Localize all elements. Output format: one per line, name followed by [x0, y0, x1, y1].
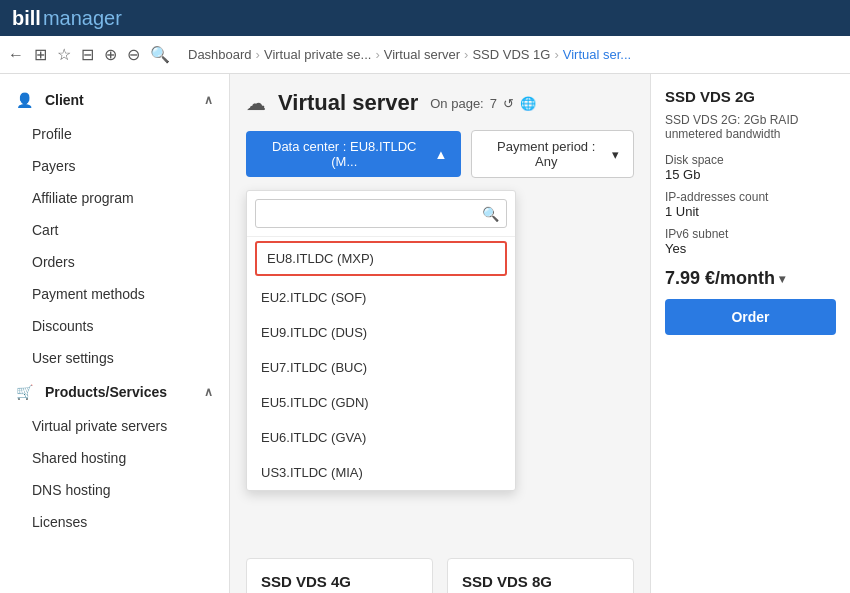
client-chevron: ∧ [204, 93, 213, 107]
grid-icon[interactable]: ⊞ [34, 45, 47, 64]
sidebar-item-affiliate[interactable]: Affiliate program [0, 182, 229, 214]
logo-bill: bill [12, 7, 41, 30]
content-area: ☁ Virtual server On page: 7 ↺ 🌐 Data cen… [230, 74, 650, 593]
payment-period-filter-button[interactable]: Payment period : Any ▾ [471, 130, 634, 178]
cloud-icon: ☁ [246, 91, 266, 115]
payment-period-label: Payment period : Any [486, 139, 606, 169]
datacenter-filter-button[interactable]: Data center : EU8.ITLDC (M... ▲ [246, 131, 461, 177]
product-card-title: SSD VDS 2G [665, 88, 836, 105]
spec-disk-space-label: Disk space [665, 153, 836, 167]
sidebar-item-discounts[interactable]: Discounts [0, 310, 229, 342]
toolbar-icons: ← ⊞ ☆ ⊟ ⊕ ⊖ 🔍 [8, 45, 170, 64]
dropdown-item-eu7[interactable]: EU7.ITLDC (BUC) [247, 350, 515, 385]
sidebar-item-cart[interactable]: Cart [0, 214, 229, 246]
bottom-card-ssd4g-title: SSD VDS 4G [261, 573, 418, 590]
dropdown-search-icon: 🔍 [482, 206, 499, 222]
datacenter-filter-label: Data center : EU8.ITLDC (M... [260, 139, 429, 169]
spec-ipv6-value: Yes [665, 241, 836, 256]
breadcrumb: Dashboard › Virtual private se... › Virt… [188, 47, 631, 62]
page-title: Virtual server [278, 90, 418, 116]
dropdown-item-eu9[interactable]: EU9.ITLDC (DUS) [247, 315, 515, 350]
breadcrumb-bar: ← ⊞ ☆ ⊟ ⊕ ⊖ 🔍 Dashboard › Virtual privat… [0, 36, 850, 74]
sidebar-group-products[interactable]: 🛒 Products/Services ∧ [0, 374, 229, 410]
spec-disk-space: Disk space 15 Gb [665, 153, 836, 182]
dropdown-item-us3[interactable]: US3.ITLDC (MIA) [247, 455, 515, 490]
main-layout: 👤 Client ∧ Profile Payers Affiliate prog… [0, 74, 850, 593]
star-icon[interactable]: ☆ [57, 45, 71, 64]
price-chevron[interactable]: ▾ [779, 272, 785, 286]
breadcrumb-vps[interactable]: Virtual private se... [264, 47, 371, 62]
topbar: bill manager [0, 0, 850, 36]
dropdown-item-eu2[interactable]: EU2.ITLDC (SOF) [247, 280, 515, 315]
spec-disk-space-value: 15 Gb [665, 167, 836, 182]
bottom-card-ssd4g: SSD VDS 4G [246, 558, 433, 593]
client-label: Client [45, 92, 84, 108]
minus-icon[interactable]: ⊖ [127, 45, 140, 64]
client-icon: 👤 [16, 92, 33, 108]
bottom-cards: SSD VDS 4G SSD VDS 8G [246, 558, 634, 593]
sidebar-item-profile[interactable]: Profile [0, 118, 229, 150]
sidebar-group-client[interactable]: 👤 Client ∧ [0, 82, 229, 118]
back-icon[interactable]: ← [8, 46, 24, 64]
minus-circle-icon[interactable]: ⊟ [81, 45, 94, 64]
sidebar: 👤 Client ∧ Profile Payers Affiliate prog… [0, 74, 230, 593]
sidebar-item-user-settings[interactable]: User settings [0, 342, 229, 374]
datacenter-chevron: ▲ [435, 147, 448, 162]
sidebar-item-payers[interactable]: Payers [0, 150, 229, 182]
sidebar-section-client: 👤 Client ∧ Profile Payers Affiliate prog… [0, 82, 229, 374]
logo-manager: manager [43, 7, 122, 30]
spec-ip-count: IP-addresses count 1 Unit [665, 190, 836, 219]
sidebar-item-licenses[interactable]: Licenses [0, 506, 229, 538]
products-label: Products/Services [45, 384, 167, 400]
search-icon[interactable]: 🔍 [150, 45, 170, 64]
products-chevron: ∧ [204, 385, 213, 399]
dropdown-item-eu6[interactable]: EU6.ITLDC (GVA) [247, 420, 515, 455]
sidebar-item-payment-methods[interactable]: Payment methods [0, 278, 229, 310]
breadcrumb-dashboard[interactable]: Dashboard [188, 47, 252, 62]
price-value: 7.99 €/month [665, 268, 775, 289]
bottom-card-ssd8g: SSD VDS 8G [447, 558, 634, 593]
on-page-label: On page: [430, 96, 484, 111]
dropdown-item-eu8[interactable]: EU8.ITLDC (MXP) [255, 241, 507, 276]
dropdown-search-area: 🔍 [247, 191, 515, 237]
product-price: 7.99 €/month ▾ [665, 268, 836, 289]
refresh-icon[interactable]: ↺ [503, 96, 514, 111]
on-page-info: On page: 7 ↺ 🌐 [430, 96, 536, 111]
page-header: ☁ Virtual server On page: 7 ↺ 🌐 [246, 90, 634, 116]
dropdown-list: EU8.ITLDC (MXP) EU2.ITLDC (SOF) EU9.ITLD… [247, 237, 515, 490]
spec-ip-count-label: IP-addresses count [665, 190, 836, 204]
logo: bill manager [12, 7, 122, 30]
plus-circle-icon[interactable]: ⊕ [104, 45, 117, 64]
datacenter-dropdown: 🔍 EU8.ITLDC (MXP) EU2.ITLDC (SOF) EU9.IT… [246, 190, 516, 491]
bottom-card-ssd8g-title: SSD VDS 8G [462, 573, 619, 590]
filter-bar: Data center : EU8.ITLDC (M... ▲ Payment … [246, 130, 634, 178]
product-description: SSD VDS 2G: 2Gb RAID unmetered bandwidth [665, 113, 836, 141]
breadcrumb-virtual-ser-active[interactable]: Virtual ser... [563, 47, 631, 62]
breadcrumb-ssd-vds-1g[interactable]: SSD VDS 1G [472, 47, 550, 62]
sidebar-item-dns[interactable]: DNS hosting [0, 474, 229, 506]
right-panel: SSD VDS 2G SSD VDS 2G: 2Gb RAID unmetere… [650, 74, 850, 593]
on-page-count: 7 [490, 96, 497, 111]
dropdown-item-eu5[interactable]: EU5.ITLDC (GDN) [247, 385, 515, 420]
sidebar-item-orders[interactable]: Orders [0, 246, 229, 278]
sidebar-item-vps[interactable]: Virtual private servers [0, 410, 229, 442]
sidebar-item-shared-hosting[interactable]: Shared hosting [0, 442, 229, 474]
dropdown-search-input[interactable] [255, 199, 507, 228]
payment-chevron: ▾ [612, 147, 619, 162]
spec-ipv6-label: IPv6 subnet [665, 227, 836, 241]
breadcrumb-virtual-server[interactable]: Virtual server [384, 47, 460, 62]
sidebar-section-products: 🛒 Products/Services ∧ Virtual private se… [0, 374, 229, 538]
order-button[interactable]: Order [665, 299, 836, 335]
products-icon: 🛒 [16, 384, 33, 400]
spec-ipv6: IPv6 subnet Yes [665, 227, 836, 256]
spec-ip-count-value: 1 Unit [665, 204, 836, 219]
globe-icon[interactable]: 🌐 [520, 96, 536, 111]
